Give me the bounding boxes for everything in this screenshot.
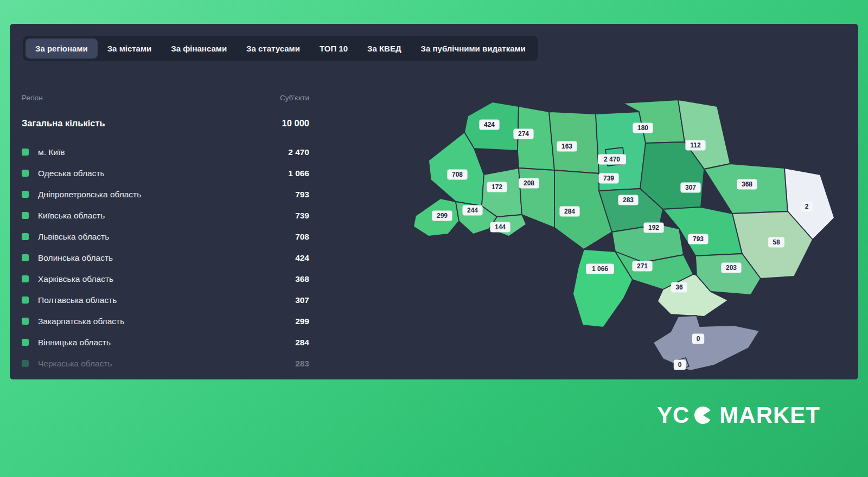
table-row[interactable]: Вінницька область284 — [22, 332, 309, 353]
svg-text:208: 208 — [524, 179, 534, 187]
map-value-label-sevastopol: 0 — [674, 360, 686, 370]
region-value: 307 — [295, 295, 309, 305]
map-value-label-luhansk: 2 — [801, 202, 813, 212]
region-value: 1 066 — [288, 169, 309, 178]
table-row[interactable]: Львівська область708 — [22, 226, 309, 247]
map-value-label-khmelnytskyi: 208 — [519, 178, 539, 189]
table-row[interactable]: Закарпатська область299 — [22, 311, 309, 332]
map-value-label-kherson: 36 — [671, 282, 687, 293]
table-header: Регіон Субʼєкти — [22, 93, 309, 104]
region-color-swatch — [22, 275, 29, 282]
table-row[interactable]: Черкаська область283 — [22, 353, 309, 374]
map-value-label-vinnytsia: 284 — [559, 207, 579, 217]
table-row[interactable]: Полтавська область307 — [22, 289, 309, 311]
region-value: 284 — [295, 338, 309, 347]
region-color-swatch — [22, 318, 29, 325]
map-value-label-zaporizhzhia: 203 — [721, 263, 741, 273]
tab-finances[interactable]: За фінансами — [161, 38, 237, 59]
svg-text:180: 180 — [637, 124, 648, 132]
page-background: За регіонамиЗа містамиЗа фінансамиЗа ста… — [0, 0, 868, 477]
region-color-swatch — [22, 212, 29, 219]
ukraine-map: 4242741637392 47018011270817220828428330… — [407, 92, 841, 379]
svg-text:274: 274 — [518, 130, 529, 138]
table-row[interactable]: Харківська область368 — [22, 268, 309, 289]
region-name: Вінницька область — [38, 338, 295, 347]
map-value-label-dnipro: 793 — [688, 234, 708, 244]
tab-bar: За регіонамиЗа містамиЗа фінансамиЗа ста… — [23, 36, 538, 61]
table-row[interactable]: Київська область739 — [22, 205, 309, 226]
region-value: 2 470 — [288, 147, 309, 157]
svg-text:793: 793 — [693, 235, 704, 243]
svg-text:163: 163 — [561, 143, 572, 150]
dashboard-panel: За регіонамиЗа містамиЗа фінансамиЗа ста… — [10, 24, 858, 379]
svg-text:144: 144 — [495, 223, 506, 231]
tab-top-10[interactable]: ТОП 10 — [310, 38, 358, 59]
region-color-swatch — [22, 296, 29, 304]
region-name: Волинська область — [38, 253, 295, 263]
map-value-label-crimea: 0 — [692, 334, 704, 344]
region-value: 283 — [295, 359, 309, 369]
region-value: 708 — [295, 232, 309, 242]
region-name: Полтавська область — [38, 295, 295, 305]
map-value-label-ternopil: 172 — [487, 182, 507, 192]
map-value-label-donetsk: 58 — [768, 237, 784, 248]
region-color-swatch — [22, 254, 29, 261]
region-color-swatch — [22, 191, 29, 198]
map-value-label-chernivtsi: 144 — [490, 222, 510, 233]
map-container: 4242741637392 47018011270817220828428330… — [407, 92, 841, 379]
region-name: Харківська область — [38, 274, 295, 284]
tab-regions[interactable]: За регіонами — [25, 38, 98, 59]
region-value: 299 — [295, 317, 309, 326]
map-value-label-rivne: 274 — [513, 129, 533, 139]
region-color-swatch — [22, 339, 29, 346]
svg-text:58: 58 — [773, 238, 780, 246]
svg-text:192: 192 — [648, 224, 659, 231]
svg-text:739: 739 — [603, 175, 614, 182]
region-name: Одеська область — [38, 169, 288, 178]
table-row[interactable]: Волинська область424 — [22, 247, 309, 268]
region-name: Закарпатська область — [38, 317, 295, 326]
region-name: м. Київ — [38, 147, 288, 157]
region-value: 793 — [295, 190, 309, 199]
map-value-label-lviv: 708 — [447, 170, 467, 180]
tab-public-spending[interactable]: За публічними видатками — [411, 38, 535, 59]
column-header-subjects: Субʼєкти — [280, 93, 309, 104]
map-value-label-kharkiv: 368 — [737, 179, 757, 190]
map-value-label-mykolaiv: 271 — [632, 261, 652, 272]
svg-text:0: 0 — [697, 335, 700, 343]
svg-text:112: 112 — [690, 141, 701, 149]
svg-text:0: 0 — [678, 361, 682, 369]
region-table-body: м. Київ2 470Одеська область1 066Дніпропе… — [22, 141, 309, 374]
column-header-region: Регіон — [22, 93, 43, 104]
region-color-swatch — [22, 233, 29, 240]
region-table: Регіон Субʼєкти Загальна кількість 10 00… — [22, 93, 309, 374]
yc-logo-mark-icon — [693, 405, 713, 425]
map-region-ternopil[interactable] — [482, 168, 522, 217]
total-value: 10 000 — [282, 117, 309, 130]
table-row[interactable]: Одеська область1 066 — [22, 163, 309, 184]
svg-text:283: 283 — [623, 196, 634, 204]
logo-market-text: MARKET — [719, 402, 820, 428]
tab-cities[interactable]: За містами — [98, 38, 162, 59]
region-name: Львівська область — [38, 232, 295, 242]
region-name: Черкаська область — [38, 359, 295, 369]
map-value-label-volyn: 424 — [479, 120, 499, 130]
map-value-label-chernihiv: 180 — [633, 123, 653, 133]
svg-text:368: 368 — [742, 181, 752, 188]
table-row[interactable]: Дніпропетровська область793 — [22, 184, 309, 205]
tab-statuses[interactable]: За статусами — [237, 38, 310, 59]
svg-text:244: 244 — [467, 207, 478, 214]
svg-text:299: 299 — [437, 212, 448, 220]
tab-kved[interactable]: За КВЕД — [358, 38, 411, 59]
map-value-label-cherkasy: 283 — [618, 195, 638, 205]
svg-text:172: 172 — [492, 183, 502, 191]
svg-text:424: 424 — [484, 121, 495, 128]
map-value-label-kyiv-oblast: 739 — [598, 173, 618, 184]
total-row: Загальна кількість 10 000 — [22, 117, 309, 130]
table-row[interactable]: м. Київ2 470 — [22, 141, 309, 163]
map-region-crimea[interactable] — [653, 315, 760, 371]
region-name: Київська область — [38, 211, 295, 221]
svg-text:2 470: 2 470 — [604, 156, 620, 163]
map-value-label-poltava: 307 — [680, 183, 700, 193]
svg-text:307: 307 — [685, 184, 696, 191]
